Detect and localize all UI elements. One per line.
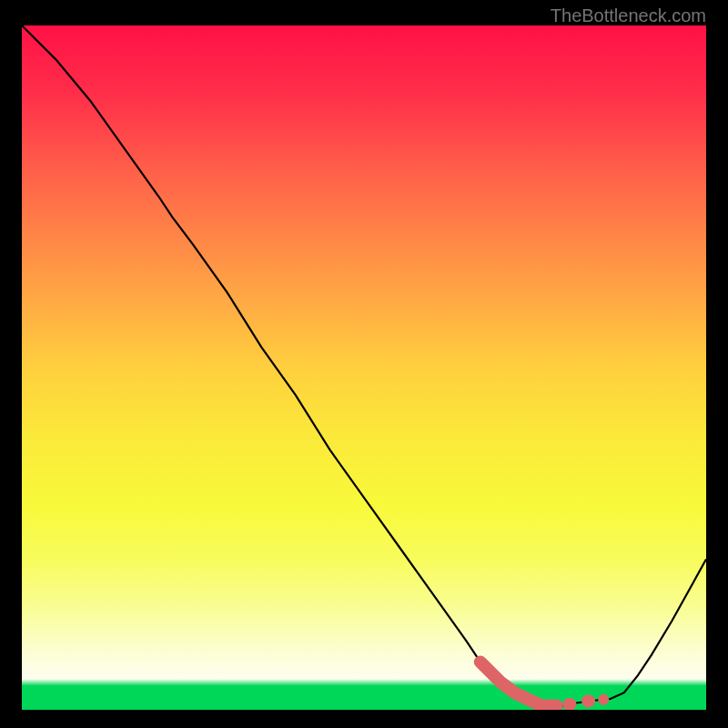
watermark-text: TheBottleneck.com	[551, 5, 706, 26]
plot-area	[22, 25, 706, 710]
chart-container: TheBottleneck.com	[0, 0, 728, 728]
chart-svg	[22, 25, 706, 710]
svg-point-0	[598, 694, 609, 705]
highlight-range	[480, 662, 609, 705]
main-curve	[22, 25, 706, 706]
